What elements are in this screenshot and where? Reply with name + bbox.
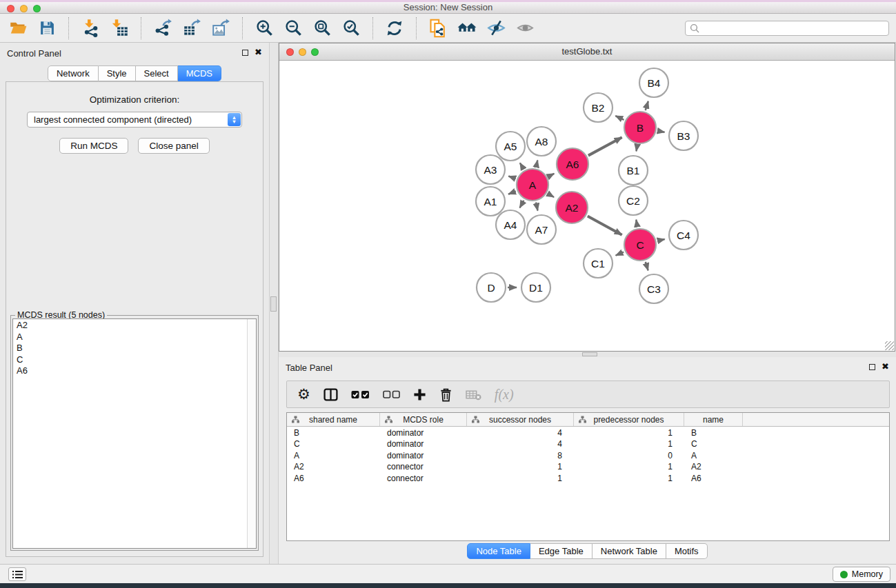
table-cell[interactable]: C: [684, 438, 743, 450]
graph-edge-A-A4[interactable]: [520, 201, 524, 208]
close-panel-button[interactable]: Close panel: [138, 138, 209, 154]
close-window-button[interactable]: [7, 5, 14, 12]
mcds-result-list[interactable]: A2ABCA6: [12, 318, 257, 549]
table-cell[interactable]: A6: [684, 472, 743, 484]
splitter-handle[interactable]: [582, 352, 597, 356]
mcds-result-item[interactable]: A2: [17, 320, 256, 332]
column-header-successor-nodes[interactable]: successor nodes: [467, 413, 574, 426]
zoom-in-button[interactable]: [253, 17, 275, 39]
graph-node-B1[interactable]: B1: [619, 156, 648, 185]
new-network-from-selection-button[interactable]: [427, 17, 449, 39]
table-row[interactable]: A2connector11A2: [287, 461, 889, 473]
graph-node-A3[interactable]: A3: [476, 155, 505, 184]
refresh-layout-button[interactable]: [384, 17, 406, 39]
graph-edge-B-B2[interactable]: [615, 116, 624, 120]
table-row[interactable]: A6connector11A6: [287, 472, 889, 484]
table-cell[interactable]: connector: [380, 461, 467, 473]
graph-edge-A-A2[interactable]: [548, 194, 555, 197]
zoom-out-button[interactable]: [282, 17, 304, 39]
network-close-button[interactable]: [286, 48, 294, 56]
minimize-window-button[interactable]: [20, 5, 28, 12]
graph-node-C[interactable]: C: [624, 229, 656, 261]
open-session-button[interactable]: [7, 17, 29, 39]
import-table-button[interactable]: [108, 17, 130, 39]
graph-node-C4[interactable]: C4: [669, 221, 698, 250]
network-minimize-button[interactable]: [299, 48, 306, 56]
maximize-window-button[interactable]: [33, 5, 41, 12]
show-panels-button[interactable]: [514, 17, 536, 39]
graph-node-C1[interactable]: C1: [584, 249, 613, 278]
task-history-button[interactable]: [8, 567, 26, 581]
graph-node-D[interactable]: D: [477, 273, 506, 302]
export-table-button[interactable]: [181, 17, 203, 39]
import-network-button[interactable]: [79, 17, 101, 39]
graph-node-A2[interactable]: A2: [556, 192, 588, 223]
tab-network[interactable]: Network: [48, 65, 99, 81]
graph-edge-B-B1[interactable]: [636, 145, 637, 152]
table-cell[interactable]: 1: [574, 472, 684, 484]
graph-edge-B-B3[interactable]: [658, 131, 665, 132]
criterion-dropdown[interactable]: largest connected component (directed) ▲…: [27, 112, 242, 128]
network-view[interactable]: B4B2BB3A8A5A6A3B1AC2A1A2A4A7C4CC1C3DD1: [279, 61, 895, 351]
graph-edge-C-C1[interactable]: [616, 252, 624, 256]
tab-motifs[interactable]: Motifs: [666, 543, 708, 559]
graph-edge-A-A7[interactable]: [536, 202, 537, 210]
table-row[interactable]: Adominator80A: [287, 449, 889, 461]
graph-node-B4[interactable]: B4: [639, 68, 668, 97]
table-cell[interactable]: 1: [574, 427, 684, 438]
table-cell[interactable]: dominator: [380, 438, 467, 450]
graph-node-D1[interactable]: D1: [521, 273, 550, 302]
result-scrollbar[interactable]: [247, 319, 256, 548]
zoom-fit-button[interactable]: [311, 17, 333, 39]
graph-edge-C-C4[interactable]: [657, 239, 664, 241]
table-cell[interactable]: B: [684, 427, 743, 438]
float-panel-icon[interactable]: [242, 50, 248, 56]
hide-panels-button[interactable]: [485, 17, 507, 39]
tab-network-table[interactable]: Network Table: [593, 543, 666, 559]
splitter-handle[interactable]: [270, 296, 277, 312]
home-layout-button[interactable]: [456, 17, 478, 39]
table-cell[interactable]: A2: [287, 461, 380, 473]
column-header-predecessor-nodes[interactable]: predecessor nodes: [574, 413, 684, 426]
graph-node-A1[interactable]: A1: [476, 187, 505, 216]
table-row[interactable]: Cdominator41C: [287, 438, 889, 450]
table-cell[interactable]: dominator: [380, 449, 467, 461]
graph-node-A4[interactable]: A4: [496, 210, 525, 239]
network-window-titlebar[interactable]: testGlobe.txt: [279, 43, 895, 61]
run-mcds-button[interactable]: Run MCDS: [59, 138, 128, 154]
select-all-columns-button[interactable]: [351, 389, 370, 400]
table-cell[interactable]: connector: [380, 472, 467, 484]
column-header-MCDS-role[interactable]: MCDS role: [380, 413, 467, 426]
network-maximize-button[interactable]: [311, 48, 319, 56]
search-input[interactable]: [685, 21, 889, 36]
table-cell[interactable]: A: [684, 449, 743, 461]
memory-button[interactable]: Memory: [833, 567, 890, 582]
table-cell[interactable]: 8: [467, 449, 574, 461]
tab-node-table[interactable]: Node Table: [467, 543, 530, 559]
deselect-all-columns-button[interactable]: [383, 390, 400, 399]
graph-node-A7[interactable]: A7: [527, 215, 556, 244]
table-cell[interactable]: 1: [467, 461, 574, 473]
graph-edge-A-A1[interactable]: [508, 192, 516, 194]
delete-table-button-disabled[interactable]: [466, 389, 481, 401]
graph-node-C3[interactable]: C3: [639, 274, 668, 303]
graph-edge-A-A5[interactable]: [520, 163, 524, 169]
vertical-splitter[interactable]: [269, 43, 279, 564]
close-panel-icon[interactable]: ✖: [882, 363, 889, 370]
table-cell[interactable]: A2: [684, 461, 743, 473]
table-cell[interactable]: 0: [574, 449, 684, 461]
table-cell[interactable]: 1: [574, 438, 684, 450]
graph-edge-A6-B[interactable]: [588, 137, 622, 155]
float-panel-icon[interactable]: [869, 364, 875, 370]
tab-style[interactable]: Style: [99, 65, 136, 81]
table-cell[interactable]: 1: [467, 472, 574, 484]
table-cell[interactable]: A: [287, 449, 380, 461]
table-cell[interactable]: 1: [574, 461, 684, 473]
graph-node-B[interactable]: B: [624, 112, 656, 143]
graph-edge-A-A8[interactable]: [536, 160, 537, 167]
save-session-button[interactable]: [36, 17, 58, 39]
graph-node-C2[interactable]: C2: [619, 186, 648, 215]
table-cell[interactable]: 4: [467, 427, 574, 438]
export-image-button[interactable]: [210, 17, 232, 39]
table-cell[interactable]: B: [287, 427, 380, 438]
